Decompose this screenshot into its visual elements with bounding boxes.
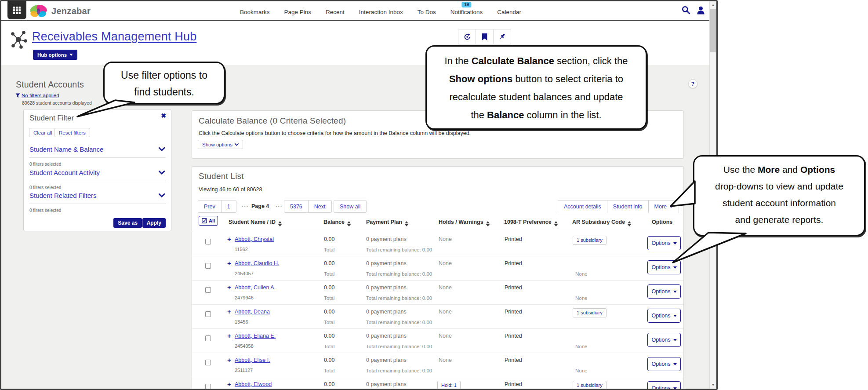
- subsidiary-none: None: [575, 295, 588, 301]
- nav-notifications[interactable]: 19 Notifications: [450, 7, 483, 15]
- student-name-link[interactable]: Abbott, Elwood: [235, 381, 272, 387]
- column-header-balance[interactable]: Balance: [323, 219, 351, 226]
- last-page-button[interactable]: 5376: [284, 200, 309, 213]
- row-checkbox[interactable]: [205, 239, 211, 244]
- brand-name: Jenzabar: [51, 6, 91, 16]
- row-options-button[interactable]: Options: [647, 236, 681, 250]
- expand-plus-icon[interactable]: +: [227, 235, 231, 243]
- balance-sub-label: Total: [324, 271, 334, 277]
- row-checkbox[interactable]: [205, 287, 211, 293]
- student-name-link[interactable]: Abbott, Chrystal: [235, 236, 274, 242]
- app-launcher-button[interactable]: [7, 1, 26, 19]
- page-title-link[interactable]: Receivables Management Hub: [32, 30, 196, 44]
- show-options-button[interactable]: Show options: [198, 140, 243, 149]
- account-details-button[interactable]: Account details: [558, 200, 607, 213]
- nav-page-pins[interactable]: Page Pins: [284, 7, 312, 15]
- row-options-button[interactable]: Options: [647, 284, 681, 299]
- hold-badge[interactable]: Hold: 1: [437, 381, 461, 390]
- caret-down-icon: [673, 291, 677, 293]
- chevron-down-icon[interactable]: [159, 147, 165, 151]
- column-header-student-name[interactable]: Student Name / ID: [229, 219, 282, 226]
- subsidiary-none: None: [575, 271, 588, 277]
- row-checkbox[interactable]: [205, 384, 211, 390]
- row-options-button[interactable]: Options: [647, 357, 681, 371]
- nav-notifications-label: Notifications: [450, 9, 483, 15]
- preference-value: Printed: [505, 381, 522, 387]
- row-options-button[interactable]: Options: [647, 260, 681, 274]
- screen: Jenzabar Bookmarks Page Pins Recent Inte…: [0, 0, 868, 390]
- column-header-ar-subsidiary[interactable]: AR Subsidiary Code: [572, 219, 631, 226]
- filter-section-name-balance[interactable]: Student Name & Balance: [29, 146, 103, 153]
- expand-plus-icon[interactable]: +: [227, 284, 231, 291]
- balance-value: 0.00: [324, 357, 334, 363]
- close-icon[interactable]: ✖: [161, 112, 166, 119]
- hub-options-button[interactable]: Hub options: [33, 50, 77, 60]
- select-all-button[interactable]: All: [199, 216, 218, 226]
- help-button[interactable]: ?: [688, 79, 697, 88]
- student-name-link[interactable]: Abbott, Eliana E.: [235, 333, 276, 339]
- row-checkbox[interactable]: [205, 263, 211, 269]
- student-name-link[interactable]: Abbott, Cullen A.: [235, 284, 276, 291]
- expand-plus-icon[interactable]: +: [227, 332, 231, 339]
- scrollbar-thumb[interactable]: [710, 9, 716, 52]
- subsidiary-badge[interactable]: 1 subsidiary: [573, 308, 607, 317]
- notifications-count-badge: 19: [462, 2, 471, 7]
- expand-plus-icon[interactable]: +: [227, 259, 231, 267]
- balance-sub-label: Total: [324, 344, 334, 349]
- apply-button[interactable]: Apply: [142, 218, 166, 228]
- student-name-link[interactable]: Abbott, Claudio H.: [235, 260, 279, 266]
- preference-value: Printed: [505, 309, 522, 315]
- expand-plus-icon[interactable]: +: [227, 356, 231, 364]
- show-all-button[interactable]: Show all: [334, 200, 367, 213]
- pin-button[interactable]: [493, 29, 511, 44]
- search-icon[interactable]: [682, 6, 690, 15]
- table-body: + Abbott, Chrystal 11562 0.00 Total 0 pa…: [192, 232, 683, 390]
- expand-plus-icon[interactable]: +: [227, 308, 231, 315]
- row-options-button[interactable]: Options: [647, 309, 681, 323]
- row-checkbox[interactable]: [205, 311, 211, 317]
- user-icon[interactable]: [697, 6, 705, 15]
- nav-to-dos[interactable]: To Dos: [418, 7, 436, 15]
- callout-line: Use the More and Options: [694, 161, 864, 178]
- reset-filters-button[interactable]: Reset filters: [54, 128, 90, 137]
- chevron-down-icon[interactable]: [159, 171, 165, 175]
- save-as-button[interactable]: Save as: [113, 218, 142, 228]
- first-page-button[interactable]: 1: [221, 200, 236, 213]
- row-checkbox[interactable]: [205, 360, 211, 365]
- clear-all-button[interactable]: Clear all: [29, 128, 56, 137]
- nav-interaction-inbox[interactable]: Interaction Inbox: [359, 7, 403, 15]
- nav-recent[interactable]: Recent: [326, 7, 345, 15]
- filter-section-related-filters[interactable]: Student Related Filters: [29, 192, 97, 199]
- row-checkbox[interactable]: [205, 335, 211, 341]
- more-dropdown-button[interactable]: More: [648, 200, 679, 213]
- scroll-up-icon[interactable]: ▲: [710, 2, 716, 8]
- nav-bookmarks[interactable]: Bookmarks: [240, 7, 270, 15]
- column-header-1098t[interactable]: 1098-T Preference: [504, 219, 558, 226]
- balance-value: 0.00: [324, 309, 334, 315]
- prev-page-button[interactable]: Prev: [198, 200, 222, 213]
- column-header-payment-plan[interactable]: Payment Plan: [366, 219, 408, 226]
- row-options-button[interactable]: Options: [647, 381, 681, 390]
- table-row: + Abbott, Cullen A. 2479946 0.00 Total 0…: [192, 281, 683, 305]
- student-info-button[interactable]: Student info: [607, 200, 649, 213]
- table-row: + Abbott, Claudio H. 2454057 0.00 Total …: [192, 256, 683, 281]
- pagination-ellipsis: ···: [276, 203, 283, 209]
- scroll-down-icon[interactable]: ▼: [710, 382, 716, 388]
- brand-logo[interactable]: Jenzabar: [29, 4, 91, 18]
- refresh-add-button[interactable]: [458, 29, 476, 44]
- callout-line: student account information: [694, 195, 864, 211]
- nav-calendar[interactable]: Calendar: [497, 7, 521, 15]
- column-header-holds-warnings[interactable]: Holds / Warnings: [439, 219, 490, 226]
- no-filters-applied-link[interactable]: No filters applied: [22, 93, 59, 98]
- filter-section-account-activity[interactable]: Student Account Activity: [29, 169, 100, 176]
- student-name-link[interactable]: Abbott, Deana: [235, 309, 270, 315]
- chevron-down-icon[interactable]: [159, 193, 165, 197]
- subsidiary-badge[interactable]: 1 subsidiary: [573, 381, 607, 390]
- subsidiary-badge[interactable]: 1 subsidiary: [573, 236, 607, 245]
- callout-line: recalculate student balances and update: [427, 88, 646, 106]
- bookmark-button[interactable]: [476, 29, 494, 44]
- row-options-button[interactable]: Options: [647, 333, 681, 347]
- expand-plus-icon[interactable]: +: [227, 380, 231, 388]
- student-name-link[interactable]: Abbott, Elise I.: [235, 357, 270, 363]
- next-page-button[interactable]: Next: [308, 200, 332, 213]
